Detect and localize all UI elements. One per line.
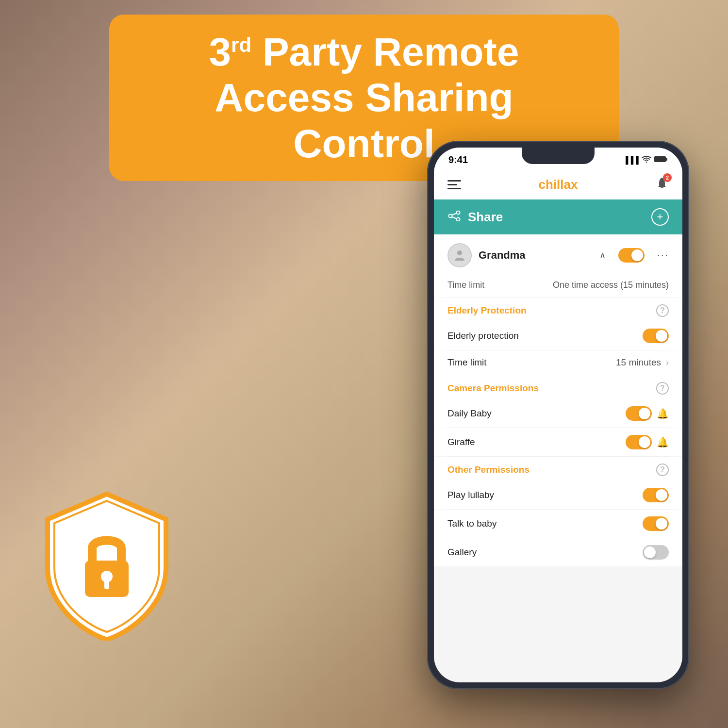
menu-icon[interactable] bbox=[447, 180, 461, 189]
play-lullaby-label: Play lullaby bbox=[447, 490, 494, 500]
other-permissions-section-header: Other Permissions ? bbox=[434, 457, 682, 481]
shield-icon bbox=[39, 485, 175, 641]
svg-point-7 bbox=[449, 214, 452, 217]
daily-baby-row: Daily Baby 🔔 bbox=[434, 399, 682, 428]
user-name: Grandma bbox=[479, 249, 591, 262]
elderly-protection-label: Elderly protection bbox=[447, 331, 519, 341]
svg-rect-2 bbox=[104, 580, 109, 589]
elderly-time-limit-value: 15 minutes bbox=[616, 357, 661, 368]
notification-count: 2 bbox=[663, 173, 672, 182]
giraffe-controls: 🔔 bbox=[626, 435, 669, 449]
svg-point-5 bbox=[457, 211, 460, 214]
elderly-time-limit-label: Time limit bbox=[447, 357, 487, 368]
signal-icon: ▐▐▐ bbox=[623, 156, 639, 164]
elderly-protection-title: Elderly Protection bbox=[447, 305, 527, 316]
user-row: Grandma ∧ ··· bbox=[434, 234, 682, 276]
elderly-protection-section-header: Elderly Protection ? bbox=[434, 298, 682, 322]
status-time: 9:41 bbox=[448, 154, 468, 165]
notification-bell[interactable]: 2 bbox=[655, 176, 669, 193]
app-logo: chillax bbox=[539, 177, 578, 192]
giraffe-label: Giraffe bbox=[447, 437, 475, 447]
elderly-time-chevron: › bbox=[666, 358, 669, 368]
svg-rect-4 bbox=[666, 158, 667, 161]
expand-chevron[interactable]: ∧ bbox=[599, 250, 606, 261]
giraffe-row: Giraffe 🔔 bbox=[434, 428, 682, 456]
giraffe-bell[interactable]: 🔔 bbox=[657, 436, 669, 448]
other-permissions-title: Other Permissions bbox=[447, 464, 529, 475]
more-options[interactable]: ··· bbox=[657, 249, 669, 262]
share-header: Share + bbox=[434, 199, 682, 234]
svg-line-8 bbox=[452, 213, 457, 215]
camera-permissions-section-header: Camera Permissions ? bbox=[434, 375, 682, 399]
status-icons: ▐▐▐ bbox=[623, 155, 668, 165]
user-time-limit-row: Time limit One time access (15 minutes) bbox=[434, 276, 682, 297]
elderly-protection-toggle-row: Elderly protection bbox=[434, 322, 682, 350]
elderly-protection-toggle[interactable] bbox=[643, 329, 669, 343]
other-help-icon[interactable]: ? bbox=[656, 463, 669, 476]
elderly-time-limit-right: 15 minutes › bbox=[616, 357, 669, 368]
phone-notch bbox=[522, 148, 595, 164]
talk-to-baby-toggle[interactable] bbox=[643, 516, 669, 531]
gallery-toggle[interactable] bbox=[643, 545, 669, 560]
svg-point-10 bbox=[457, 250, 462, 255]
daily-baby-bell[interactable]: 🔔 bbox=[657, 408, 669, 419]
camera-permissions-title: Camera Permissions bbox=[447, 383, 539, 394]
elderly-time-limit-row[interactable]: Time limit 15 minutes › bbox=[434, 350, 682, 375]
svg-rect-3 bbox=[654, 156, 666, 162]
wifi-icon bbox=[642, 155, 651, 165]
daily-baby-label: Daily Baby bbox=[447, 408, 492, 419]
time-limit-label: Time limit bbox=[447, 280, 484, 290]
elderly-help-icon[interactable]: ? bbox=[656, 304, 669, 317]
gallery-label: Gallery bbox=[447, 547, 477, 558]
share-icon bbox=[447, 210, 461, 225]
battery-icon bbox=[654, 155, 668, 165]
time-limit-value: One time access (15 minutes) bbox=[553, 280, 669, 290]
share-title: Share bbox=[468, 210, 503, 225]
svg-line-9 bbox=[452, 217, 457, 219]
phone-mockup: 9:41 ▐▐▐ chillax bbox=[427, 141, 689, 689]
daily-baby-controls: 🔔 bbox=[626, 406, 669, 421]
daily-baby-toggle[interactable] bbox=[626, 406, 652, 421]
svg-point-6 bbox=[457, 217, 460, 221]
gallery-row: Gallery bbox=[434, 538, 682, 566]
camera-help-icon[interactable]: ? bbox=[656, 382, 669, 395]
talk-to-baby-row: Talk to baby bbox=[434, 510, 682, 538]
giraffe-toggle[interactable] bbox=[626, 435, 652, 449]
add-share-button[interactable]: + bbox=[651, 208, 669, 226]
play-lullaby-toggle[interactable] bbox=[643, 488, 669, 502]
app-header: chillax 2 bbox=[434, 169, 682, 199]
user-toggle[interactable] bbox=[618, 248, 645, 263]
talk-to-baby-label: Talk to baby bbox=[447, 518, 496, 529]
play-lullaby-row: Play lullaby bbox=[434, 481, 682, 509]
user-avatar bbox=[447, 243, 472, 267]
